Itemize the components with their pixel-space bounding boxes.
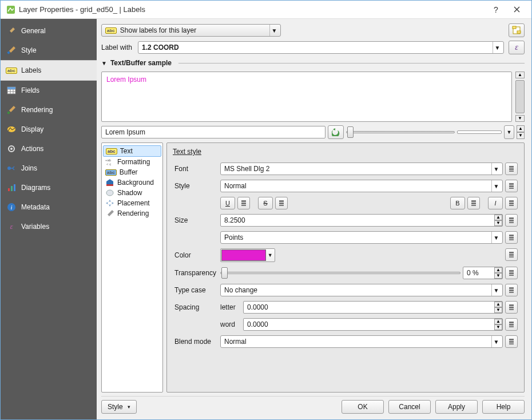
sidebar-item-labels[interactable]: abc Labels — [1, 60, 97, 81]
sidebar-item-actions[interactable]: Actions — [1, 139, 97, 159]
sidebar-item-diagrams[interactable]: Diagrams — [1, 178, 97, 197]
blend-data-defined-button[interactable] — [505, 335, 518, 348]
label-mode-value: Show labels for this layer — [120, 26, 266, 34]
slider-handle[interactable] — [347, 126, 354, 138]
sidebar-item-label: Metadata — [21, 203, 50, 211]
preview-bg-color[interactable] — [457, 130, 502, 134]
subtab-rendering[interactable]: Rendering — [103, 208, 161, 219]
subtab-background[interactable]: Background — [103, 177, 161, 188]
spacing-letter-input[interactable]: 0.0000 ▲▼ — [243, 301, 503, 314]
style-data-defined-button[interactable] — [505, 180, 518, 192]
svg-rect-67 — [509, 341, 514, 343]
sidebar-item-metadata[interactable]: i Metadata — [1, 197, 97, 217]
svg-rect-60 — [509, 304, 514, 306]
font-size-input[interactable]: 8.2500 ▲▼ — [220, 214, 503, 227]
bold-button[interactable]: B — [450, 197, 465, 209]
help-button[interactable]: ? — [487, 5, 505, 14]
subtab-formatting[interactable]: +ab< c Formatting — [103, 157, 161, 167]
spacing-letter-spinner[interactable]: ▲▼ — [494, 302, 502, 313]
help-button[interactable]: Help — [482, 400, 525, 414]
preview-bg-dropdown[interactable]: ▼ — [504, 125, 514, 139]
sidebar-item-fields[interactable]: Fields — [1, 81, 97, 100]
size-unit-combo[interactable]: Points ▼ — [220, 231, 503, 244]
window-title: Layer Properties - grid_ed50_ | Labels — [19, 5, 487, 14]
underline-button[interactable]: U — [220, 197, 235, 209]
preview-size-slider[interactable] — [346, 126, 455, 138]
spinner-up-button[interactable]: ▲ — [517, 125, 525, 132]
strikeout-data-defined-button[interactable] — [275, 197, 288, 209]
bold-icon: B — [455, 200, 459, 207]
spacing-letter-data-defined-button[interactable] — [505, 301, 518, 314]
svg-rect-54 — [509, 270, 514, 272]
svg-rect-68 — [509, 343, 514, 344]
close-button[interactable] — [505, 2, 528, 18]
rendering-icon — [105, 209, 114, 217]
svg-rect-43 — [509, 203, 514, 204]
spinner-up-button[interactable]: ▲ — [494, 302, 502, 307]
subtab-label: Shadow — [117, 189, 142, 197]
svg-rect-28 — [509, 168, 514, 170]
preview-spinner[interactable]: ▲ ▼ — [517, 125, 525, 139]
subtab-placement[interactable]: Placement — [103, 198, 161, 208]
spinner-up-button[interactable]: ▲ — [494, 215, 502, 220]
style-menu-button[interactable]: Style ▾ — [101, 400, 137, 414]
section-text-buffer-sample[interactable]: ▼ Text/Buffer sample — [101, 58, 525, 68]
spinner-up-button[interactable]: ▲ — [494, 267, 502, 273]
automated-labeling-button[interactable] — [509, 23, 525, 37]
font-size-spinner[interactable]: ▲▼ — [494, 215, 502, 226]
typecase-data-defined-button[interactable] — [505, 284, 518, 296]
sidebar-item-rendering[interactable]: Rendering — [1, 100, 97, 120]
spinner-down-button[interactable]: ▼ — [494, 324, 502, 330]
spinner-down-button[interactable]: ▼ — [494, 307, 502, 313]
subtab-text[interactable]: abc Text — [103, 145, 161, 157]
svg-rect-36 — [279, 200, 284, 202]
transparency-slider[interactable] — [220, 267, 460, 279]
sidebar-item-variables[interactable]: ε Variables — [1, 217, 97, 236]
size-data-defined-button[interactable] — [505, 214, 518, 227]
font-color-picker[interactable]: ▼ — [220, 248, 275, 262]
transparency-spinner[interactable]: ▲▼ — [494, 267, 502, 279]
sidebar-item-style[interactable]: Style — [1, 41, 97, 60]
underline-data-defined-button[interactable] — [237, 197, 250, 209]
blend-mode-combo[interactable]: Normal ▼ — [220, 335, 503, 348]
bold-data-defined-button[interactable] — [467, 197, 480, 209]
typecase-combo[interactable]: No change ▼ — [220, 284, 503, 296]
color-data-defined-button[interactable] — [505, 248, 518, 261]
ok-button[interactable]: OK — [342, 400, 384, 414]
apply-button[interactable]: Apply — [435, 400, 478, 414]
italic-button[interactable]: I — [488, 197, 503, 209]
subtab-shadow[interactable]: Shadow — [103, 188, 161, 198]
spinner-down-button[interactable]: ▼ — [494, 220, 502, 226]
italic-data-defined-button[interactable] — [505, 197, 518, 209]
scroll-thumb[interactable] — [515, 80, 525, 113]
subtab-buffer[interactable]: abc Buffer — [103, 167, 161, 177]
sidebar-item-general[interactable]: General — [1, 21, 97, 41]
reset-preview-button[interactable] — [328, 125, 344, 139]
spacing-word-input[interactable]: 0.0000 ▲▼ — [243, 318, 503, 331]
slider-handle[interactable] — [221, 267, 228, 279]
scroll-down-button[interactable]: ▼ — [515, 115, 525, 122]
size-label: Size — [174, 216, 188, 224]
preview-text-input[interactable]: Lorem Ipsum — [101, 126, 325, 138]
spinner-down-button[interactable]: ▼ — [517, 132, 525, 139]
transparency-data-defined-button[interactable] — [505, 267, 518, 279]
font-data-defined-button[interactable] — [505, 163, 518, 175]
spinner-down-button[interactable]: ▼ — [494, 273, 502, 279]
sidebar-item-display[interactable]: Display — [1, 120, 97, 139]
sidebar-item-joins[interactable]: Joins — [1, 159, 97, 178]
label-with-combo[interactable]: 1.2 COORD ▼ — [138, 41, 504, 54]
strikeout-button[interactable]: S — [258, 197, 273, 209]
preview-scrollbar[interactable]: ▲ ▼ — [515, 72, 525, 122]
expression-button[interactable]: ε — [509, 41, 525, 54]
size-unit-data-defined-button[interactable] — [505, 231, 518, 244]
scroll-up-button[interactable]: ▲ — [515, 72, 525, 78]
svg-text:< c: < c — [106, 163, 111, 166]
spacing-word-data-defined-button[interactable] — [505, 318, 518, 331]
label-mode-combo[interactable]: abc Show labels for this layer ▼ — [101, 24, 281, 37]
font-style-combo[interactable]: Normal ▼ — [220, 180, 503, 192]
cancel-button[interactable]: Cancel — [388, 400, 431, 414]
spinner-up-button[interactable]: ▲ — [494, 319, 502, 324]
spacing-word-spinner[interactable]: ▲▼ — [494, 319, 502, 330]
font-combo[interactable]: MS Shell Dlg 2 ▼ — [220, 163, 503, 175]
transparency-input[interactable]: 0 % ▲▼ — [463, 267, 503, 279]
